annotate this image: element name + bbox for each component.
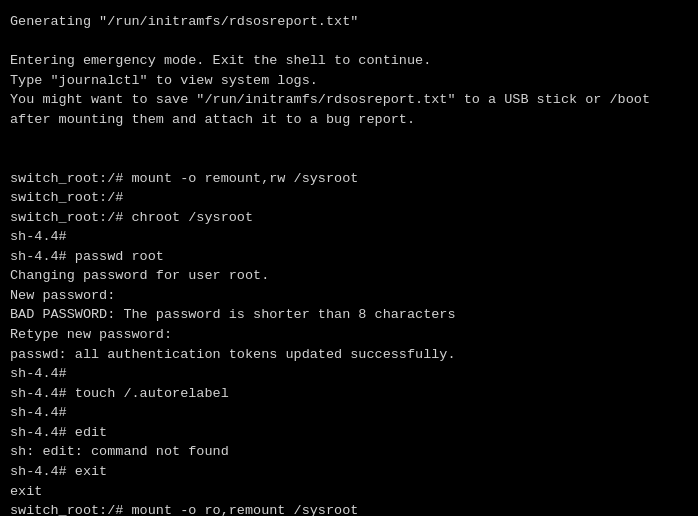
terminal-window[interactable]: Generating "/run/initramfs/rdsosreport.t… xyxy=(0,0,698,516)
